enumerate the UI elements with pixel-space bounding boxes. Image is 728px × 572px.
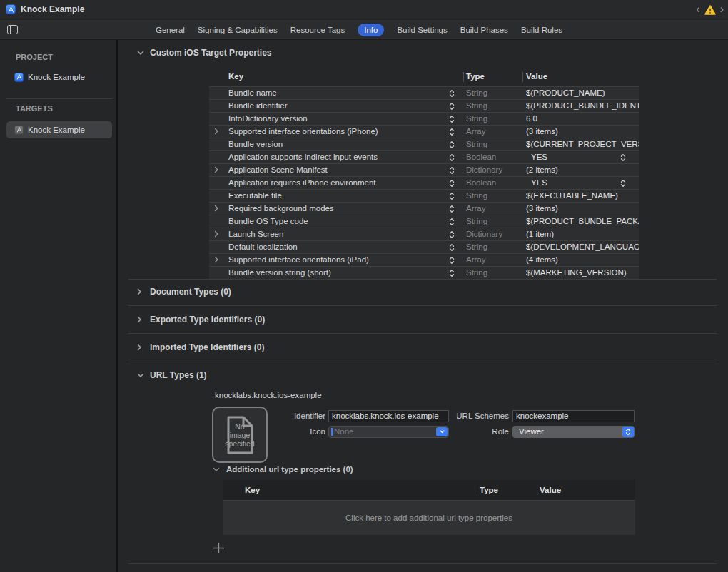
target-icon	[14, 126, 24, 135]
section-custom-properties[interactable]: Custom iOS Target Properties	[119, 48, 271, 58]
additional-properties-header[interactable]: Additional url type properties (0)	[213, 465, 353, 474]
tab-strip: GeneralSigning & CapabilitiesResource Ta…	[0, 20, 723, 40]
tab-build-rules[interactable]: Build Rules	[521, 24, 562, 36]
key-stepper-icon[interactable]	[449, 192, 455, 200]
property-value[interactable]: (3 items)	[526, 203, 639, 215]
key-stepper-icon[interactable]	[449, 243, 455, 252]
property-value[interactable]: 6.0	[526, 113, 639, 125]
property-key: Bundle version	[228, 138, 283, 150]
property-value[interactable]: $(PRODUCT_BUNDLE_IDENT	[526, 100, 639, 112]
property-row[interactable]: InfoDictionary version String 6.0	[209, 113, 639, 126]
property-row[interactable]: Supported interface orientations (iPad) …	[209, 254, 639, 267]
property-row[interactable]: Application Scene Manifest Dictionary (2…	[209, 164, 639, 177]
key-stepper-icon[interactable]	[449, 230, 455, 239]
property-value[interactable]: (3 items)	[526, 126, 639, 138]
warning-icon[interactable]	[704, 5, 716, 15]
property-value[interactable]: $(PRODUCT_BUNDLE_PACKA	[526, 215, 639, 228]
key-stepper-icon[interactable]	[449, 269, 455, 277]
tab-general[interactable]: General	[156, 24, 185, 36]
property-key: Supported interface orientations (iPhone…	[228, 126, 378, 138]
disclosure-chevron-icon[interactable]	[214, 166, 219, 173]
key-stepper-icon[interactable]	[449, 166, 455, 175]
property-value[interactable]: $(CURRENT_PROJECT_VERS	[526, 138, 639, 150]
property-value[interactable]: $(MARKETING_VERSION)	[526, 267, 639, 279]
tab-build-phases[interactable]: Build Phases	[460, 24, 508, 36]
sidebar: PROJECT Knock Example TARGETS Knock Exam…	[0, 40, 118, 572]
property-key: Bundle version string (short)	[228, 267, 331, 279]
property-type: String	[466, 190, 487, 202]
property-value[interactable]: YES	[531, 177, 644, 189]
property-value[interactable]: (2 items)	[526, 164, 639, 176]
property-value[interactable]: $(EXECUTABLE_NAME)	[526, 190, 639, 202]
divider	[128, 362, 717, 362]
sidebar-item-project[interactable]: Knock Example	[6, 68, 112, 86]
disclosure-chevron-icon[interactable]	[214, 205, 219, 212]
property-key: Supported interface orientations (iPad)	[228, 254, 369, 266]
property-row[interactable]: Application requires iPhone environment …	[209, 177, 639, 190]
back-chevron-icon[interactable]: ‹	[696, 4, 699, 15]
url-schemes-field[interactable]: knockexample	[512, 410, 635, 422]
section-url-types[interactable]: URL Types (1)	[119, 370, 207, 380]
tab-resource-tags[interactable]: Resource Tags	[290, 24, 345, 36]
key-stepper-icon[interactable]	[449, 205, 455, 213]
property-key: InfoDictionary version	[228, 113, 308, 125]
property-row[interactable]: Launch Screen Dictionary (1 item)	[209, 228, 639, 241]
additional-table-empty-area[interactable]: Click here to add additional url type pr…	[223, 500, 635, 535]
property-type: Array	[466, 203, 485, 215]
key-stepper-icon[interactable]	[449, 102, 455, 111]
disclosure-chevron-icon[interactable]	[214, 128, 219, 135]
tab-build-settings[interactable]: Build Settings	[397, 24, 447, 36]
identifier-field[interactable]: knocklabs.knock.ios-example	[328, 410, 449, 422]
disclosure-chevron-icon[interactable]	[214, 256, 219, 263]
popup-stepper-button[interactable]	[622, 427, 634, 437]
property-row[interactable]: Executable file String $(EXECUTABLE_NAME…	[209, 190, 639, 203]
property-row[interactable]: Bundle identifier String $(PRODUCT_BUNDL…	[209, 100, 639, 113]
disclosure-chevron-icon[interactable]	[214, 230, 219, 238]
property-type: Boolean	[466, 177, 496, 189]
property-value[interactable]: YES	[531, 151, 644, 163]
tab-info[interactable]: Info	[358, 24, 384, 36]
add-url-type-button[interactable]	[213, 542, 225, 554]
property-row[interactable]: Required background modes Array (3 items…	[209, 203, 639, 215]
properties-table: Key Type Value Bundle name String $(PROD…	[209, 67, 639, 280]
property-row[interactable]: Bundle OS Type code String $(PRODUCT_BUN…	[209, 215, 639, 228]
property-value[interactable]: $(PRODUCT_NAME)	[526, 87, 639, 99]
property-row[interactable]: Application supports indirect input even…	[209, 151, 639, 164]
property-row[interactable]: Bundle version String $(CURRENT_PROJECT_…	[209, 138, 639, 151]
property-key: Application supports indirect input even…	[228, 151, 378, 163]
property-row[interactable]: Default localization String $(DEVELOPMEN…	[209, 241, 639, 254]
property-row[interactable]: Bundle name String $(PRODUCT_NAME)	[209, 87, 639, 100]
key-stepper-icon[interactable]	[449, 179, 455, 188]
property-type: String	[466, 215, 487, 228]
property-key: Executable file	[228, 190, 282, 202]
url-schemes-label: URL Schemes	[440, 410, 509, 422]
section-exported-types[interactable]: Exported Type Identifiers (0)	[119, 315, 265, 325]
key-stepper-icon[interactable]	[449, 256, 455, 265]
property-row[interactable]: Supported interface orientations (iPhone…	[209, 126, 639, 138]
value-stepper-icon[interactable]	[620, 153, 626, 162]
property-type: String	[466, 138, 487, 150]
key-stepper-icon[interactable]	[449, 141, 455, 149]
titlebar: Knock Example ‹ ›	[0, 0, 728, 19]
divider	[128, 305, 717, 306]
sidebar-item-target[interactable]: Knock Example	[6, 121, 112, 138]
forward-chevron-icon[interactable]: ›	[720, 4, 724, 15]
key-stepper-icon[interactable]	[449, 128, 455, 136]
property-row[interactable]: Bundle version string (short) String $(M…	[209, 267, 639, 280]
property-key: Required background modes	[228, 203, 334, 215]
key-stepper-icon[interactable]	[449, 89, 455, 98]
property-value[interactable]: (1 item)	[526, 228, 639, 240]
project-icon	[14, 73, 24, 82]
property-value[interactable]: $(DEVELOPMENT_LANGUAGI	[526, 241, 639, 253]
section-document-types[interactable]: Document Types (0)	[119, 287, 231, 297]
section-imported-types[interactable]: Imported Type Identifiers (0)	[119, 342, 264, 352]
icon-combo[interactable]: None	[328, 426, 449, 438]
tab-signing-capabilities[interactable]: Signing & Capabilities	[198, 24, 278, 36]
key-stepper-icon[interactable]	[449, 115, 455, 123]
key-stepper-icon[interactable]	[449, 218, 455, 226]
role-popup[interactable]: Viewer	[512, 426, 635, 438]
property-value[interactable]: (4 items)	[526, 254, 639, 266]
value-stepper-icon[interactable]	[620, 179, 626, 188]
key-stepper-icon[interactable]	[449, 153, 455, 162]
identifier-label: Identifier	[257, 410, 325, 422]
